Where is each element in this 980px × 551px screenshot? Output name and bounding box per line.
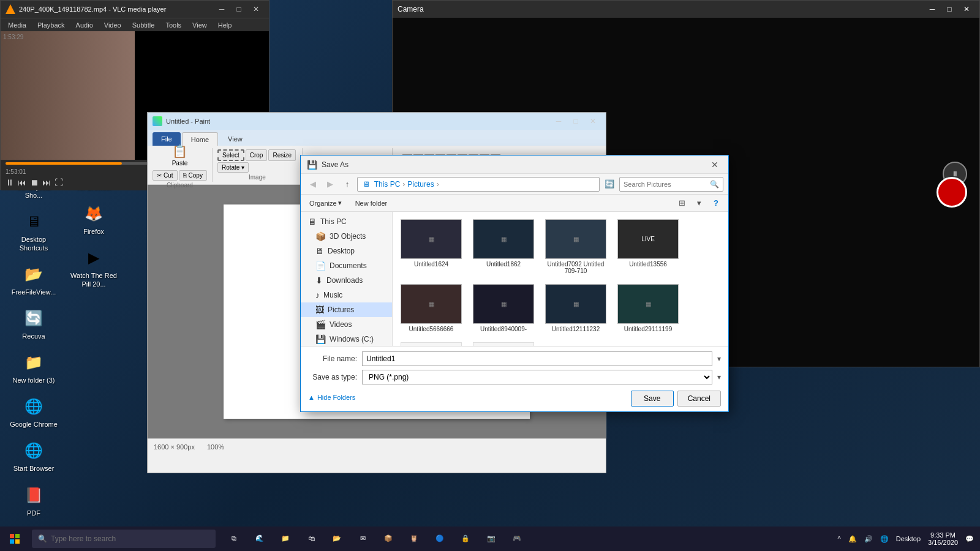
- desktop-icon-startbrowser[interactable]: 🌐 Start Browser: [6, 436, 61, 475]
- desktop-icon-shortcuts[interactable]: 🖥 Desktop Shortcuts: [6, 207, 61, 254]
- new-folder-button[interactable]: New folder: [350, 198, 393, 208]
- vlc-next-button[interactable]: ⏭: [42, 178, 51, 187]
- dialog-close-button[interactable]: ✕: [707, 157, 722, 172]
- hide-folders-button[interactable]: ▲ Hide Folders: [308, 394, 355, 401]
- vlc-menu-subtitle[interactable]: Subtitle: [127, 20, 160, 30]
- sidebar-item-pictures[interactable]: 🖼 Pictures: [301, 302, 392, 317]
- vlc-menu-video[interactable]: Video: [99, 20, 126, 30]
- desktop-button[interactable]: Desktop: [896, 535, 921, 542]
- vlc-maximize-button[interactable]: □: [231, 3, 247, 15]
- back-button[interactable]: ◀: [306, 177, 320, 192]
- camera-record-button[interactable]: [937, 177, 967, 208]
- vlc-menu-view[interactable]: View: [187, 20, 212, 30]
- taskbar-search-box[interactable]: 🔍: [32, 530, 216, 548]
- camera-maximize-button[interactable]: □: [941, 3, 957, 15]
- file-thumb-1[interactable]: ▦ Untitled1862: [470, 217, 537, 277]
- save-button[interactable]: Save: [631, 391, 674, 407]
- filetype-select[interactable]: PNG (*.png) JPEG (*.jpg) BMP (*.bmp) GIF…: [362, 370, 712, 384]
- filename-input[interactable]: [362, 351, 712, 366]
- view-dropdown-button[interactable]: ▾: [692, 196, 706, 211]
- vlc-menu-help[interactable]: Help: [213, 20, 237, 30]
- taskbar-amazon[interactable]: 📦: [376, 527, 401, 551]
- view-toggle-button[interactable]: ⊞: [674, 196, 689, 211]
- desktop-icon-newfolder[interactable]: 📁 New folder (3): [6, 348, 61, 387]
- help-button[interactable]: ?: [709, 196, 723, 211]
- select-button[interactable]: Select: [217, 149, 244, 161]
- volume-icon[interactable]: 🔊: [864, 535, 873, 543]
- file-thumb-7[interactable]: ▦ Untitled29111199: [614, 282, 682, 335]
- vlc-prev-button[interactable]: ⏮: [18, 178, 26, 187]
- organize-button[interactable]: Organize ▾: [306, 198, 345, 208]
- tab-view[interactable]: View: [219, 132, 251, 146]
- sidebar-item-windowsc[interactable]: 💾 Windows (C:): [301, 332, 392, 346]
- vlc-play-pause-button[interactable]: ⏸: [6, 178, 14, 187]
- desktop-icon-watchredpill[interactable]: ▶ Watch The Red Pill 20...: [66, 243, 121, 290]
- vlc-menu-playback[interactable]: Playback: [32, 20, 70, 30]
- file-thumb-8[interactable]: ▦ Untitled16455555 5555555555555 5555555…: [398, 340, 465, 346]
- rotate-button[interactable]: Rotate ▾: [217, 162, 249, 173]
- copy-button[interactable]: ⎘ Copy: [179, 170, 207, 181]
- sidebar-item-documents[interactable]: 📄 Documents: [301, 258, 392, 273]
- taskbar-tripadvisor[interactable]: 🦉: [402, 527, 426, 551]
- taskbar-vpn[interactable]: 🔒: [453, 527, 478, 551]
- taskbar-store[interactable]: 🛍: [299, 527, 323, 551]
- vlc-close-button[interactable]: ✕: [248, 3, 264, 15]
- sidebar-item-desktop[interactable]: 🖥 Desktop: [301, 244, 392, 258]
- taskbar-edge[interactable]: 🌊: [247, 527, 272, 551]
- vlc-menu-tools[interactable]: Tools: [160, 20, 186, 30]
- vlc-stop-button[interactable]: ⏹: [30, 178, 39, 187]
- file-thumb-6[interactable]: ▦ Untitled12111232: [542, 282, 609, 335]
- paint-close-button[interactable]: ✕: [585, 115, 601, 127]
- sidebar-item-downloads[interactable]: ⬇ Downloads: [301, 273, 392, 288]
- resize-button[interactable]: Resize: [268, 149, 296, 161]
- camera-close-button[interactable]: ✕: [959, 3, 974, 15]
- file-thumb-9[interactable]: ▦ Untitled16455555 5555555555555 5555555…: [470, 340, 537, 346]
- taskbar-photos[interactable]: 📷: [479, 527, 503, 551]
- vlc-menu-audio[interactable]: Audio: [71, 20, 98, 30]
- desktop-icon-firefox[interactable]: 🦊 Firefox: [66, 199, 121, 238]
- paint-maximize-button[interactable]: □: [568, 115, 584, 127]
- taskbar-app2[interactable]: 🎮: [505, 527, 529, 551]
- cut-button[interactable]: ✂ Cut: [153, 170, 178, 181]
- vlc-fullscreen-button[interactable]: ⛶: [55, 178, 63, 187]
- desktop-icon-pdf[interactable]: 📕 PDF: [6, 481, 61, 520]
- taskbar-folder2[interactable]: 📂: [325, 527, 349, 551]
- search-input[interactable]: [624, 181, 710, 188]
- sidebar-item-videos[interactable]: 🎬 Videos: [301, 317, 392, 332]
- start-button[interactable]: [0, 527, 29, 551]
- file-thumb-3[interactable]: LIVE Untitled13556: [614, 217, 682, 277]
- desktop-icon-chrome[interactable]: 🌐 Google Chrome: [6, 392, 61, 431]
- taskbar-chevron-icon[interactable]: ^: [838, 535, 841, 542]
- filename-dropdown-button[interactable]: ▾: [717, 354, 721, 363]
- desktop-icon-freefileview[interactable]: 📂 FreeFileView...: [6, 260, 61, 299]
- vlc-minimize-button[interactable]: ─: [214, 3, 230, 15]
- file-thumb-2[interactable]: ▦ Untitled7092 Untitled 709-710: [542, 217, 609, 277]
- vlc-menu-media[interactable]: Media: [3, 20, 31, 30]
- taskbar-task-view[interactable]: ⧉: [222, 527, 246, 551]
- desktop-icon-recuva[interactable]: 🔄 Recuva: [6, 304, 61, 343]
- action-center-icon[interactable]: 💬: [965, 535, 974, 543]
- forward-button[interactable]: ▶: [323, 177, 337, 192]
- breadcrumb-pictures[interactable]: Pictures: [407, 180, 434, 189]
- taskbar-search-input[interactable]: [51, 534, 209, 543]
- file-thumb-5[interactable]: ▦ Untitled8940009-: [470, 282, 537, 335]
- crop-button[interactable]: Crop: [246, 149, 268, 161]
- camera-minimize-button[interactable]: ─: [924, 3, 940, 15]
- breadcrumb-bar[interactable]: 🖥 This PC › Pictures ›: [357, 177, 600, 192]
- taskbar-clock[interactable]: 9:33 PM 3/16/2020: [928, 531, 958, 546]
- breadcrumb-thispc[interactable]: This PC: [374, 180, 401, 189]
- cancel-button[interactable]: Cancel: [677, 391, 721, 407]
- sidebar-item-music[interactable]: ♪ Music: [301, 288, 392, 302]
- taskbar-mail[interactable]: ✉: [350, 527, 375, 551]
- refresh-button[interactable]: 🔄: [602, 177, 617, 192]
- taskbar-fileexplorer[interactable]: 📁: [273, 527, 298, 551]
- taskbar-app1[interactable]: 🔵: [428, 527, 452, 551]
- file-thumb-0[interactable]: ▦ Untitled1624: [398, 217, 465, 277]
- paint-minimize-button[interactable]: ─: [551, 115, 567, 127]
- sidebar-item-thispc[interactable]: 🖥 This PC: [301, 214, 392, 229]
- network-icon[interactable]: 🌐: [880, 535, 889, 543]
- sidebar-item-3dobjects[interactable]: 📦 3D Objects: [301, 229, 392, 244]
- file-thumb-4[interactable]: ▦ Untitled5666666: [398, 282, 465, 335]
- filetype-dropdown-button[interactable]: ▾: [717, 373, 721, 381]
- up-button[interactable]: ↑: [340, 177, 355, 192]
